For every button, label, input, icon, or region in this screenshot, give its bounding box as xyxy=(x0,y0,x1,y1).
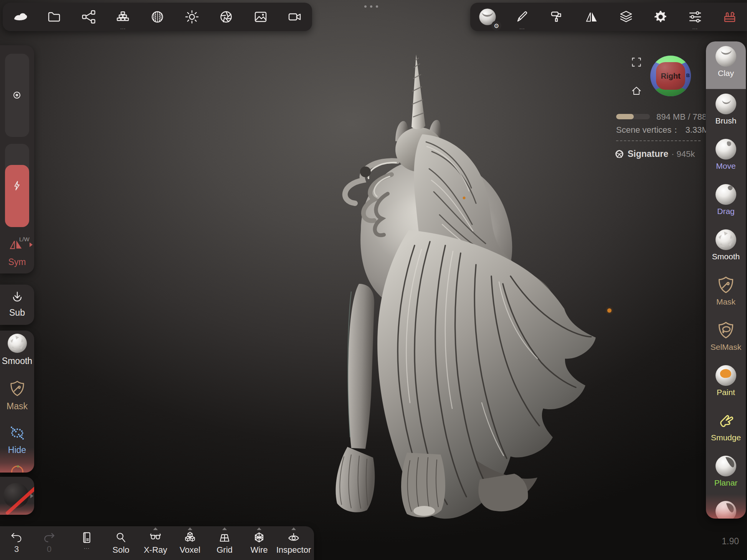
gizmo-shading xyxy=(650,56,691,96)
nomad-menu-button[interactable] xyxy=(9,6,31,28)
layers-button[interactable] xyxy=(615,6,637,28)
solo-magnifier-icon xyxy=(114,531,128,545)
tool-label: Smooth xyxy=(712,252,740,261)
camera-icon xyxy=(287,9,302,25)
material-expand-arrow[interactable] xyxy=(30,494,33,498)
stamp-roller-icon xyxy=(549,9,564,25)
background-button[interactable] xyxy=(250,6,271,28)
tool-brush[interactable]: Brush xyxy=(706,89,746,134)
redo-button[interactable]: 0 xyxy=(33,526,65,560)
toggle-label: Voxel xyxy=(180,545,200,555)
display-toolbar: ⚙ … … xyxy=(470,3,747,31)
intensity-slider-fill xyxy=(5,165,29,227)
toggle-wire[interactable]: Wire xyxy=(243,526,275,560)
hide-label[interactable]: Hide xyxy=(0,445,34,455)
scene-vertices: Scene vertices： 3.33M xyxy=(616,124,709,136)
multires-more-dots: … xyxy=(112,25,134,29)
brush-settings-button[interactable]: … xyxy=(511,6,533,28)
sym-expand-arrow[interactable] xyxy=(30,242,33,247)
undo-button[interactable]: 3 xyxy=(0,526,33,560)
memory-text: 894 MB / 788 MB xyxy=(656,112,706,122)
paint-brush-icon xyxy=(514,9,530,25)
redo-icon xyxy=(42,531,56,544)
node-graph-icon xyxy=(81,9,96,25)
toggle-inspector[interactable]: Inspector xyxy=(278,526,310,560)
toggle-voxel[interactable]: Voxel xyxy=(174,526,206,560)
view-gizmo[interactable]: Right B xyxy=(650,56,691,96)
toggle-solo[interactable]: Solo xyxy=(105,526,137,560)
multires-button[interactable]: … xyxy=(112,6,134,28)
symmetry-triangles-icon[interactable] xyxy=(8,236,25,252)
toolbox-icon xyxy=(722,9,737,25)
signature-label: Signature xyxy=(628,149,668,159)
tool-planar[interactable]: Planar xyxy=(706,451,746,496)
radius-slider[interactable] xyxy=(5,54,29,137)
options-indicator xyxy=(188,527,192,530)
signature-sphere-icon xyxy=(614,149,625,159)
hatched-sphere-icon xyxy=(150,9,165,25)
memory-bar-fill xyxy=(616,114,634,119)
tool-clay[interactable]: Clay xyxy=(706,41,746,89)
xray-glasses-icon xyxy=(148,531,163,545)
files-button[interactable] xyxy=(43,6,65,28)
options-indicator xyxy=(291,527,296,530)
history-button[interactable]: … xyxy=(71,526,103,560)
hide-dots-icon[interactable] xyxy=(8,423,27,443)
postprocess-button[interactable] xyxy=(215,6,237,28)
smooth-label[interactable]: Smooth xyxy=(0,356,34,366)
mask-shield-icon[interactable] xyxy=(8,379,27,398)
intensity-slider[interactable] xyxy=(5,144,29,227)
symmetry-button[interactable] xyxy=(580,6,602,28)
tool-move[interactable]: Move xyxy=(706,134,746,180)
tool-smudge[interactable]: Smudge xyxy=(706,406,746,451)
sliders-more-dots: … xyxy=(684,25,706,29)
radius-dot-icon xyxy=(10,89,23,102)
sym-label[interactable]: Sym xyxy=(0,257,34,267)
material-none-icon[interactable] xyxy=(3,483,29,508)
lightning-icon xyxy=(11,180,23,192)
lighting-button[interactable] xyxy=(181,6,203,28)
tool-label: Paint xyxy=(717,388,735,397)
fullscreen-button[interactable] xyxy=(631,56,642,68)
gizmo-tool-peek-icon[interactable] xyxy=(11,466,23,473)
toggle-xray[interactable]: X-Ray xyxy=(139,526,172,560)
toggle-grid[interactable]: Grid xyxy=(208,526,241,560)
tool-paint[interactable]: Paint xyxy=(706,361,746,406)
unicorn-sculpture[interactable] xyxy=(0,0,747,560)
interface-sliders-button[interactable]: … xyxy=(684,6,706,28)
tool-label: SelMask xyxy=(711,343,742,352)
tool-selmask[interactable]: SelMask xyxy=(706,315,746,361)
multires-pyramid-icon xyxy=(115,9,131,25)
tool-smooth[interactable]: Smooth xyxy=(706,225,746,270)
home-view-button[interactable] xyxy=(631,85,642,97)
smudge-finger-icon xyxy=(716,410,736,431)
smooth-sphere-icon[interactable] xyxy=(8,334,27,353)
stamp-roller-button[interactable] xyxy=(546,6,567,28)
tool-label: Clay xyxy=(718,69,734,78)
material-sphere-button[interactable]: ⚙ xyxy=(477,6,498,28)
fullscreen-icon xyxy=(631,56,642,68)
sub-label[interactable]: Sub xyxy=(0,308,34,318)
topology-sphere-button[interactable] xyxy=(147,6,168,28)
scene-vertices-label: Scene vertices： xyxy=(616,125,680,135)
toolbox-button[interactable] xyxy=(719,6,740,28)
camera-button[interactable] xyxy=(284,6,306,28)
tool-label: Move xyxy=(716,161,735,171)
history-more-dots: … xyxy=(84,545,90,549)
notebook-icon xyxy=(80,531,94,545)
mask-label[interactable]: Mask xyxy=(0,401,34,412)
postprocess-aperture-icon xyxy=(218,9,234,25)
wireframe-icon xyxy=(252,531,266,545)
tool-next-partial[interactable] xyxy=(706,496,746,519)
grid-icon xyxy=(217,531,232,545)
scene-graph-button[interactable] xyxy=(78,6,99,28)
drag-handle-dots-icon[interactable] xyxy=(364,5,378,8)
subtract-download-icon[interactable] xyxy=(10,290,25,305)
tool-drag[interactable]: Drag xyxy=(706,180,746,225)
sliders-icon xyxy=(688,9,703,25)
tool-mask[interactable]: Mask xyxy=(706,270,746,315)
settings-button[interactable] xyxy=(650,6,671,28)
zoom-level-indicator: 1.90 xyxy=(722,536,739,547)
symmetry-mirror-icon xyxy=(583,9,599,25)
signature-row[interactable]: Signature · 945k xyxy=(614,149,695,159)
